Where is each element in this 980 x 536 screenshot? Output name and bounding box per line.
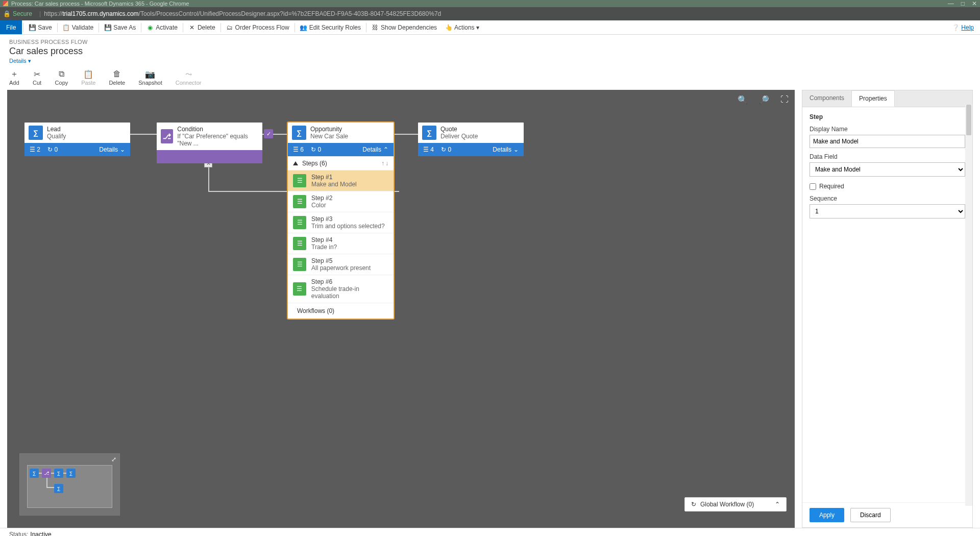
close-icon[interactable]: ✕ (972, 0, 977, 7)
connector-line (130, 134, 158, 135)
stage-node-lead[interactable]: ∑ Lead Qualify ☰ 2 ↻ 0 Details ⌄ (24, 123, 130, 156)
file-button[interactable]: File (0, 20, 22, 34)
scrollbar[interactable] (965, 105, 972, 506)
minimap-node-icon: ∑ (54, 484, 63, 493)
step-icon: ☰ (293, 282, 306, 296)
sequence-label: Sequence (810, 195, 965, 202)
window-controls: — □ ✕ (948, 0, 977, 7)
save-as-button[interactable]: 💾Save As (100, 20, 140, 34)
paste-icon: 📋 (84, 69, 93, 79)
clipboard-icon: 📋 (63, 24, 70, 31)
delete-button[interactable]: ✕Delete (184, 20, 219, 34)
help-link[interactable]: ❔Help (952, 24, 980, 31)
step-item-1[interactable]: ☰ Step #1Make and Model (288, 170, 394, 191)
statusbar: Status: Inactive (0, 528, 980, 536)
breadcrumb: BUSINESS PROCESS FLOW (9, 39, 971, 45)
paste-tool[interactable]: 📋Paste (81, 69, 95, 86)
connector-tool[interactable]: ⤳Connector (176, 69, 202, 86)
designer-canvas[interactable]: 🔍 🔎 ⛶ ✓ ✕ ∑ Lead Qualify (7, 90, 795, 528)
browser-addressbar: 🔒 Secure | https://trial1705.crm.dynamic… (0, 7, 980, 20)
actions-dropdown[interactable]: 👆Actions ▾ (441, 20, 483, 34)
snapshot-tool[interactable]: 📷Snapshot (138, 69, 162, 86)
order-process-flow-button[interactable]: 🗂Order Process Flow (222, 20, 293, 34)
node-details-toggle[interactable]: Details ⌄ (99, 146, 125, 153)
activate-button[interactable]: ◉Activate (142, 20, 182, 34)
scissors-icon: ✂ (33, 69, 42, 79)
actions-icon: 👆 (445, 24, 452, 31)
minimap[interactable]: ⤢ ∑ ⎇ ∑ ∑ ∑ (20, 454, 119, 515)
step-icon: ☰ (293, 174, 306, 187)
step-icon: ☰ (293, 195, 306, 208)
minimap-node-icon: ∑ (66, 469, 76, 478)
add-tool[interactable]: ＋Add (9, 69, 19, 86)
step-item-3[interactable]: ☰ Step #3Trim and options selected? (288, 212, 394, 233)
stage-node-quote[interactable]: ∑ Quote Deliver Quote ☰ 4 ↻ 0 Details ⌄ (418, 123, 524, 156)
delete-tool[interactable]: 🗑Delete (109, 69, 125, 86)
minimap-node-icon: ∑ (54, 469, 63, 478)
stage-icon: ∑ (292, 126, 306, 140)
connector-line (208, 191, 290, 192)
data-field-label: Data Field (810, 153, 965, 160)
workflow-icon: ↻ (691, 501, 696, 508)
chevron-up-icon: ⌃ (775, 501, 780, 508)
minimize-icon[interactable]: — (948, 0, 954, 7)
save-as-icon: 💾 (104, 24, 111, 31)
condition-node[interactable]: ⎇ Condition If "Car Preference" equals "… (157, 123, 262, 163)
step-icon: ☰ (293, 258, 306, 271)
sequence-select[interactable]: 1 (810, 204, 965, 218)
minimap-node-icon: ∑ (30, 469, 39, 478)
display-name-input[interactable] (810, 135, 965, 148)
chevron-down-icon: ⌄ (120, 146, 125, 153)
node-details-toggle[interactable]: Details ⌄ (493, 146, 519, 153)
camera-icon: 📷 (145, 69, 155, 79)
stage-icon: ∑ (29, 126, 43, 140)
step-item-5[interactable]: ☰ Step #5All paperwork present (288, 254, 394, 275)
maximize-icon[interactable]: □ (961, 0, 965, 7)
stage-icon: ∑ (422, 126, 436, 140)
step-icon: ☰ (293, 216, 306, 229)
chevron-up-icon: ⌃ (383, 146, 388, 153)
step-item-2[interactable]: ☰ Step #2Color (288, 191, 394, 212)
required-checkbox[interactable] (810, 183, 816, 190)
save-button[interactable]: 💾Save (24, 20, 56, 34)
tab-properties[interactable]: Properties (852, 90, 895, 107)
plus-icon: ＋ (10, 69, 19, 79)
right-panel: Components Properties Step Display Name … (802, 90, 973, 528)
stage-node-opportunity[interactable]: ∑ Opportunity New Car Sale ☰ 6 ↻ 0 Detai… (288, 123, 394, 319)
move-up-icon[interactable]: ↑ (381, 160, 384, 167)
connector-icon: ⤳ (184, 69, 193, 79)
validate-button[interactable]: 📋Validate (59, 20, 97, 34)
copy-tool[interactable]: ⧉Copy (55, 69, 68, 86)
apply-button[interactable]: Apply (810, 508, 844, 522)
step-icon: ☰ (293, 237, 306, 250)
details-link[interactable]: Details ▾ (9, 58, 31, 64)
show-dependencies-button[interactable]: ⛓Show Dependencies (368, 20, 441, 34)
save-icon: 💾 (29, 24, 36, 31)
window-titlebar: Process: Car sales process - Microsoft D… (0, 0, 980, 7)
move-down-icon[interactable]: ↓ (385, 160, 388, 167)
data-field-select[interactable]: Make and Model (810, 162, 965, 177)
url-text[interactable]: https://trial1705.crm.dynamics.com/Tools… (44, 10, 441, 17)
workflow-count-icon: ↻ 0 (311, 146, 321, 153)
discard-button[interactable]: Discard (850, 508, 891, 522)
delete-x-icon: ✕ (188, 24, 195, 31)
trash-icon: 🗑 (112, 69, 121, 79)
minimap-expand-icon[interactable]: ⤢ (111, 456, 116, 463)
tab-components[interactable]: Components (802, 90, 852, 107)
step-item-6[interactable]: ☰ Step #6Schedule trade-in evaluation (288, 275, 394, 303)
connector-line (391, 134, 420, 135)
step-item-4[interactable]: ☰ Step #4Trade in? (288, 233, 394, 254)
status-value: Inactive (30, 531, 51, 537)
global-workflow-pill[interactable]: ↻Global Workflow (0) ⌃ (684, 497, 787, 511)
cut-tool[interactable]: ✂Cut (33, 69, 42, 86)
node-details-toggle[interactable]: Details ⌃ (362, 146, 388, 153)
flow-icon: 🗂 (226, 24, 233, 31)
properties-section-title: Step (810, 113, 965, 120)
steps-panel: Steps (6) ↑↓ ☰ Step #1Make and Model ☰ S… (288, 156, 394, 319)
lock-icon: 🔒 (3, 10, 11, 17)
browser-favicon-icon (3, 1, 8, 6)
page-title: Car sales process (9, 46, 971, 57)
activate-icon: ◉ (146, 24, 154, 31)
edit-security-roles-button[interactable]: 👥Edit Security Roles (296, 20, 365, 34)
roles-icon: 👥 (300, 24, 307, 31)
